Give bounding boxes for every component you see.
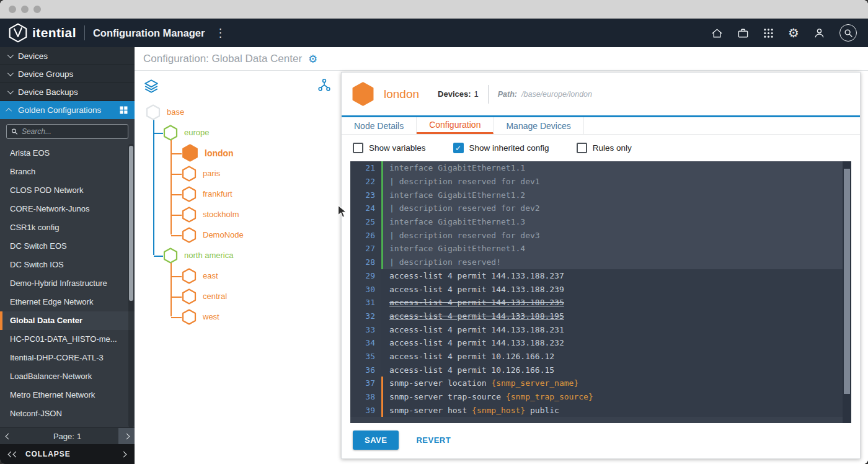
code-line-31[interactable]: 31access-list 4 permit 144.133.188.235	[350, 296, 851, 310]
layers-icon[interactable]	[143, 78, 159, 97]
page-title: Configuration: Global Data Center	[143, 53, 302, 65]
briefcase-icon[interactable]	[737, 27, 749, 39]
code-line-29[interactable]: 29access-list 4 permit 144.133.188.237	[350, 269, 851, 283]
list-item-ethernet-edge-network[interactable]: Ethernet Edge Network	[0, 293, 135, 311]
code-line-33[interactable]: 33access-list 4 permit 144.133.188.231	[350, 323, 851, 336]
app-window: itential Configuration Manager ⋮ ⚙ De	[0, 0, 868, 464]
code-line-34[interactable]: 34access-list 4 permit 144.133.188.232	[350, 336, 851, 350]
itential-logo-icon[interactable]	[9, 23, 27, 43]
code-text: | description reserved for dev2	[381, 202, 851, 215]
code-text: access-list 4 permit 144.133.188.195	[381, 310, 851, 323]
list-item-demo-hybrid-infrastructure[interactable]: Demo-Hybrid Infrastructure	[0, 274, 135, 293]
tree-node-label: frankfurt	[203, 189, 232, 199]
tab-node-details[interactable]: Node Details	[342, 117, 417, 134]
option-rules-only[interactable]: Rules only	[577, 143, 632, 153]
option-show-inherited-config[interactable]: ✓Show inherited config	[453, 143, 549, 153]
list-item-dc-switch-eos[interactable]: DC Switch EOS	[0, 237, 135, 256]
section-label: Golden Configurations	[18, 105, 119, 115]
chevron-down-icon	[7, 88, 14, 94]
config-settings-gear-icon[interactable]: ⚙	[308, 53, 317, 65]
line-number: 27	[350, 242, 381, 256]
code-line-27[interactable]: 27interface GigabitEthernet1.4	[350, 242, 851, 256]
list-item-loadbalancer-network[interactable]: LoadBalancer-Network	[0, 367, 135, 386]
list-item-dc-switch-ios[interactable]: DC Switch IOS	[0, 256, 135, 274]
tree-node-label: base	[167, 107, 184, 117]
hierarchy-icon[interactable]	[317, 78, 331, 97]
tree-node-north-america[interactable]: north america	[141, 245, 341, 265]
line-number: 31	[350, 296, 381, 310]
collapse-button[interactable]: COLLAPSE	[0, 444, 135, 464]
code-line-22[interactable]: 22| description reserved for dev1	[350, 175, 851, 189]
sidebar-section-golden-configurations[interactable]: Golden Configurations	[0, 101, 135, 119]
code-lines: 21interface GigabitEthernet1.122| descri…	[350, 161, 851, 417]
option-show-variables[interactable]: Show variables	[353, 143, 426, 153]
home-icon[interactable]	[711, 27, 723, 39]
tree-node-base[interactable]: base	[141, 102, 341, 122]
tree-node-label: stockholm	[203, 210, 239, 219]
code-text: access-list 4 permit 144.133.188.232	[381, 336, 851, 350]
code-text: | description reserved for dev3	[381, 228, 851, 242]
checkbox-unchecked-icon[interactable]	[353, 143, 363, 153]
code-line-24[interactable]: 24| description reserved for dev2	[350, 202, 851, 215]
list-item-csr1k-config[interactable]: CSR1k config	[0, 218, 135, 237]
checkbox-unchecked-icon[interactable]	[577, 143, 587, 153]
code-line-30[interactable]: 30access-list 4 permit 144.133.188.239	[350, 282, 851, 296]
save-button[interactable]: SAVE	[353, 431, 399, 450]
tab-configuration[interactable]: Configuration	[417, 117, 494, 134]
sidebar-search-box[interactable]	[6, 124, 128, 139]
line-number: 29	[350, 269, 381, 283]
tab-manage-devices[interactable]: Manage Devices	[494, 117, 583, 134]
search-input[interactable]	[22, 127, 123, 136]
section-label: Devices	[18, 51, 128, 61]
pagination-bar: Page:1	[0, 427, 135, 444]
user-icon[interactable]	[813, 27, 825, 39]
section-label: Device Groups	[18, 69, 128, 79]
code-text: interface GigabitEthernet1.3	[381, 215, 851, 229]
sidebar-section-device-backups[interactable]: Device Backups	[0, 83, 135, 101]
code-line-23[interactable]: 23interface GigabitEthernet1.2	[350, 188, 851, 202]
window-close-button[interactable]	[9, 6, 16, 13]
code-line-32[interactable]: 32access-list 4 permit 144.133.188.195	[350, 310, 851, 323]
code-line-37[interactable]: 37snmp-server location {snmp_server_name…	[350, 377, 851, 390]
sidebar-scrollbar-thumb[interactable]	[129, 146, 133, 301]
code-text: snmp-server host {snmp_host} public	[381, 403, 851, 417]
list-item-clos-pod-network[interactable]: CLOS POD Network	[0, 181, 135, 200]
grid-view-icon[interactable]	[119, 105, 128, 115]
list-item-core-network-junos[interactable]: CORE-Network-Junos	[0, 200, 135, 218]
list-item-arista-eos[interactable]: Arista EOS	[0, 144, 135, 163]
window-minimize-button[interactable]	[21, 6, 29, 13]
page-prev-button[interactable]	[0, 428, 16, 444]
editor-scrollbar[interactable]	[843, 161, 851, 423]
code-line-25[interactable]: 25interface GigabitEthernet1.3	[350, 215, 851, 229]
apps-grid-icon[interactable]	[763, 28, 774, 38]
code-line-35[interactable]: 35access-list 4 permit 10.126.166.12	[350, 350, 851, 364]
code-text: snmp-server location {snmp_server_name}	[381, 377, 851, 390]
settings-gear-icon[interactable]: ⚙	[788, 27, 799, 39]
window-zoom-button[interactable]	[33, 6, 41, 13]
list-item-branch[interactable]: Branch	[0, 163, 135, 181]
list-item-itential-dhp-core-atl-3[interactable]: Itential-DHP-CORE-ATL-3	[0, 349, 135, 367]
revert-button[interactable]: REVERT	[416, 435, 451, 445]
code-line-26[interactable]: 26| description reserved for dev3	[350, 228, 851, 242]
list-item-metro-ethernet-network[interactable]: Metro Ethernet Network	[0, 386, 135, 404]
code-line-39[interactable]: 39snmp-server host {snmp_host} public	[350, 403, 851, 417]
sidebar-scrollbar[interactable]	[128, 144, 134, 427]
node-detail-card: london Devices:1 Path:/base/europe/londo…	[341, 72, 861, 459]
editor-scrollbar-thumb[interactable]	[844, 169, 850, 394]
code-line-28[interactable]: 28| description reserved!	[350, 256, 851, 269]
search-icon[interactable]	[839, 24, 857, 42]
code-line-21[interactable]: 21interface GigabitEthernet1.1	[350, 161, 851, 175]
tree-node-europe[interactable]: europe	[141, 122, 341, 143]
kebab-menu-icon[interactable]: ⋮	[215, 27, 226, 38]
sidebar-section-device-groups[interactable]: Device Groups	[0, 65, 135, 83]
list-item-global-data-center[interactable]: Global Data Center	[0, 311, 135, 330]
code-line-36[interactable]: 36access-list 4 permit 10.126.166.15	[350, 363, 851, 377]
config-editor: 21interface GigabitEthernet1.122| descri…	[350, 161, 851, 423]
checkbox-checked-icon[interactable]: ✓	[453, 143, 464, 153]
code-line-38[interactable]: 38snmp-server trap-source {snmp_trap_sou…	[350, 390, 851, 404]
list-item-netconf-json[interactable]: Netconf-JSON	[0, 404, 135, 423]
list-item-hc-pc01-data-histo-me[interactable]: HC-PC01-DATA_HISTO-me...	[0, 330, 135, 349]
sidebar-section-devices[interactable]: Devices	[0, 47, 135, 65]
navbar-icons: ⚙	[711, 24, 857, 42]
page-next-button[interactable]	[118, 428, 135, 444]
